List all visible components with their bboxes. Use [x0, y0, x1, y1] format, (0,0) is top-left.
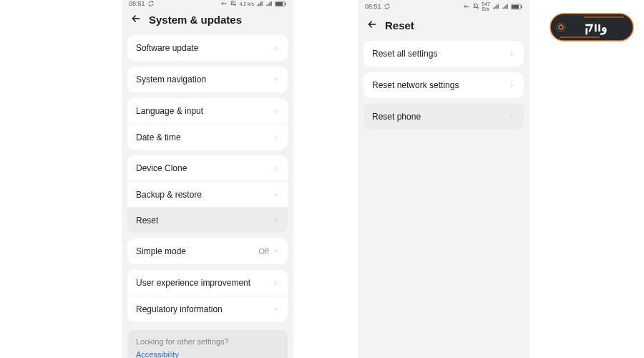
row-label: System navigation [136, 74, 206, 84]
row-label: Reset [136, 216, 158, 226]
chevron-right-icon [272, 107, 279, 115]
logo-text: וקıو [585, 20, 608, 35]
svg-rect-3 [285, 2, 286, 5]
row-label: Language & input [136, 106, 203, 116]
row-label: Reset network settings [372, 80, 459, 90]
row-label: Reset all settings [372, 49, 437, 59]
row-regulatory-info[interactable]: Regulatory information [127, 296, 288, 321]
signal-icon-2 [265, 0, 273, 7]
chevron-right-icon [508, 82, 515, 89]
signal-icon [256, 0, 263, 7]
brand-logo: וקıو [550, 13, 634, 42]
battery-icon [275, 1, 286, 7]
group-device-backup-reset: Device Clone Backup & restore Reset [127, 155, 288, 233]
svg-point-0 [222, 3, 224, 5]
chevron-right-icon [508, 50, 515, 57]
data-speed: 4.2 k/s [239, 1, 254, 6]
group-software-update: Software update [127, 35, 288, 61]
svg-rect-6 [512, 5, 519, 9]
row-label: Backup & restore [136, 190, 202, 200]
phone-reset: 08:51 547B/s [358, 0, 530, 358]
data-speed: 547B/s [482, 1, 490, 11]
chevron-right-icon [508, 113, 515, 120]
group-reset-phone: Reset phone [364, 104, 524, 130]
row-software-update[interactable]: Software update [127, 35, 288, 61]
mute-icon [472, 3, 479, 10]
signal-icon [492, 3, 499, 10]
key-icon [220, 0, 228, 7]
chevron-right-icon [272, 76, 279, 83]
row-label: Device Clone [136, 163, 187, 173]
group-system-navigation: System navigation [127, 67, 288, 92]
row-reset[interactable]: Reset [127, 207, 288, 233]
row-label: Reset phone [372, 112, 421, 122]
row-reset-all-settings[interactable]: Reset all settings [364, 41, 524, 67]
status-time: 08:51 [129, 0, 145, 7]
chevron-right-icon [272, 248, 279, 255]
group-reset-all: Reset all settings [364, 41, 524, 67]
sync-icon [384, 3, 391, 10]
chevron-right-icon [272, 165, 279, 172]
row-label: Simple mode [136, 246, 186, 256]
row-label: Software update [136, 43, 198, 53]
back-button[interactable] [366, 19, 378, 32]
page-title: Reset [385, 19, 414, 32]
svg-rect-7 [521, 5, 522, 8]
chevron-right-icon [272, 279, 279, 286]
title-bar: Reset [358, 13, 530, 41]
row-label: Date & time [136, 132, 181, 142]
chevron-right-icon [272, 134, 279, 141]
row-label: User experience improvement [136, 278, 250, 288]
svg-rect-2 [275, 2, 283, 6]
battery-icon [511, 4, 522, 10]
row-backup-restore[interactable]: Backup & restore [127, 181, 288, 207]
key-icon [463, 3, 470, 10]
row-value: Off [259, 247, 269, 256]
signal-icon-2 [502, 3, 509, 10]
chevron-right-icon [272, 217, 279, 224]
mute-icon [230, 0, 237, 7]
row-date-time[interactable]: Date & time [127, 124, 288, 150]
title-bar: System & updates [122, 7, 293, 35]
row-reset-network-settings[interactable]: Reset network settings [364, 72, 524, 98]
page-title: System & updates [149, 14, 242, 26]
group-reset-network: Reset network settings [364, 72, 524, 98]
row-language-input[interactable]: Language & input [127, 98, 288, 124]
row-system-navigation[interactable]: System navigation [127, 67, 288, 92]
group-simple-mode: Simple mode Off [127, 238, 288, 264]
footer-other-settings: Looking for other settings? Accessibilit… [127, 330, 288, 358]
footer-hint: Looking for other settings? [136, 337, 279, 346]
row-label: Regulatory information [136, 304, 223, 314]
sync-icon [147, 0, 155, 7]
chevron-right-icon [272, 44, 279, 52]
status-bar: 08:51 547B/s [358, 0, 530, 13]
chevron-right-icon [272, 191, 279, 198]
chevron-right-icon [272, 306, 279, 313]
group-ux-regulatory: User experience improvement Regulatory i… [127, 270, 288, 321]
group-language-date: Language & input Date & time [127, 98, 288, 150]
reset-list: Reset all settings Reset network setting… [358, 41, 530, 130]
row-reset-phone[interactable]: Reset phone [364, 104, 524, 130]
back-button[interactable] [130, 13, 142, 26]
row-simple-mode[interactable]: Simple mode Off [127, 238, 288, 264]
status-bar: 08:51 4.2 k/s [122, 0, 293, 7]
row-user-experience[interactable]: User experience improvement [127, 270, 288, 296]
status-time: 08:51 [365, 3, 381, 10]
svg-point-4 [464, 6, 467, 8]
link-accessibility[interactable]: Accessibility [136, 350, 279, 358]
row-device-clone[interactable]: Device Clone [127, 155, 288, 181]
phone-system-updates: 08:51 4.2 k/s [122, 0, 293, 358]
settings-list: Software update System navigation Langua… [122, 35, 293, 358]
